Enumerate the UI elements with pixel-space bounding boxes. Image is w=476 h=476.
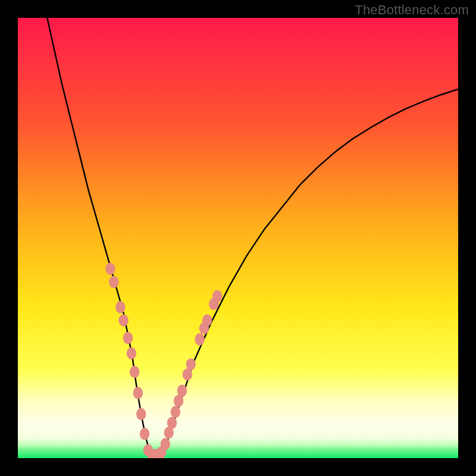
plot-area bbox=[18, 18, 458, 458]
data-dot bbox=[123, 332, 133, 344]
data-dot bbox=[171, 406, 180, 418]
data-dot bbox=[186, 358, 196, 370]
chart-frame bbox=[18, 18, 458, 458]
data-dot bbox=[177, 385, 187, 397]
data-dot bbox=[140, 428, 149, 440]
data-dot bbox=[133, 387, 143, 399]
data-dot bbox=[105, 263, 115, 275]
attribution-text: TheBottleneck.com bbox=[355, 2, 469, 18]
bottleneck-chart bbox=[18, 18, 458, 458]
data-dot bbox=[161, 438, 170, 450]
data-dot bbox=[212, 290, 222, 302]
data-dot bbox=[167, 417, 177, 429]
data-dot bbox=[195, 333, 204, 345]
gradient-background bbox=[18, 18, 458, 458]
data-dot bbox=[202, 314, 212, 326]
data-dot bbox=[136, 408, 146, 420]
data-dot bbox=[130, 366, 139, 378]
data-dot bbox=[118, 314, 128, 326]
data-dot bbox=[115, 301, 125, 313]
data-dot bbox=[109, 276, 118, 288]
data-dot bbox=[127, 347, 136, 359]
